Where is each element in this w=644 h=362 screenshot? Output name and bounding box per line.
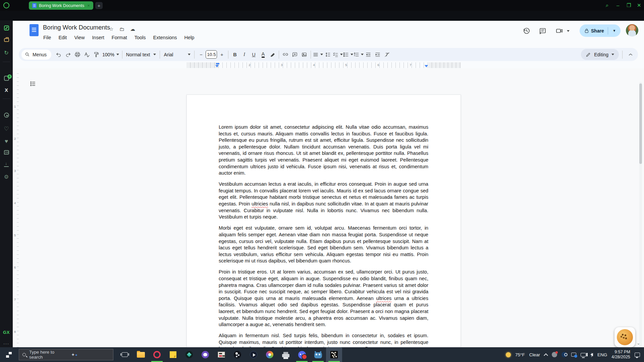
star-icon[interactable]: ☆ bbox=[109, 26, 113, 32]
highlight-color-button[interactable] bbox=[268, 50, 277, 59]
network-icon[interactable] bbox=[581, 353, 586, 357]
twitch-icon[interactable] bbox=[0, 150, 13, 156]
typewriter-app-icon[interactable] bbox=[213, 347, 229, 362]
start-button[interactable] bbox=[6, 352, 12, 358]
settings-gear-icon[interactable]: ⚙ bbox=[0, 174, 13, 180]
add-comment-button[interactable] bbox=[290, 50, 300, 59]
scroll-down-icon[interactable]: ⌄ bbox=[637, 341, 640, 346]
document-outline-button[interactable] bbox=[30, 80, 38, 89]
opera-gx-icon[interactable] bbox=[149, 347, 165, 362]
sync-refresh-icon[interactable]: ↻ bbox=[0, 50, 13, 56]
downloads-tray-icon[interactable] bbox=[0, 162, 13, 168]
account-avatar[interactable] bbox=[626, 24, 638, 37]
browser-tab[interactable]: Boring Work Documents × bbox=[29, 1, 93, 10]
increase-font-button[interactable]: + bbox=[217, 50, 226, 59]
taskbar-search-input[interactable]: Type here to search ✦✦ bbox=[19, 349, 113, 360]
paragraph[interactable]: Vestibulum accumsan lectus a erat iaculi… bbox=[219, 181, 428, 221]
media-player-icon[interactable] bbox=[246, 347, 262, 362]
spellcheck-button[interactable] bbox=[82, 50, 92, 59]
move-folder-icon[interactable]: 🗀 bbox=[119, 26, 124, 32]
google-docs-icon[interactable] bbox=[30, 24, 39, 36]
github-desktop-icon[interactable] bbox=[197, 347, 213, 362]
comments-icon[interactable] bbox=[539, 27, 547, 36]
x-twitter-icon[interactable]: X bbox=[0, 87, 13, 93]
redo-button[interactable] bbox=[63, 50, 73, 59]
menus-search-button[interactable]: Menus bbox=[21, 50, 51, 60]
clock[interactable]: 9:57 PM 4/28/2025 bbox=[611, 350, 630, 360]
decrease-indent-button[interactable] bbox=[364, 50, 373, 59]
tray-expand-icon[interactable] bbox=[544, 353, 548, 358]
opera-gx-logo-icon[interactable] bbox=[3, 2, 9, 8]
numbered-list-button[interactable] bbox=[353, 50, 364, 59]
bold-button[interactable]: B bbox=[230, 50, 239, 59]
bulleted-list-button[interactable] bbox=[343, 50, 353, 59]
print-button[interactable] bbox=[73, 50, 82, 59]
meet-camera-icon[interactable] bbox=[555, 27, 564, 36]
insert-image-button[interactable] bbox=[300, 50, 309, 59]
volume-icon[interactable] bbox=[590, 353, 593, 356]
weather-condition[interactable]: Clear bbox=[529, 352, 540, 357]
menu-view[interactable]: View bbox=[71, 34, 88, 41]
godot-icon[interactable] bbox=[310, 347, 326, 362]
play-circle-icon[interactable] bbox=[0, 113, 13, 119]
menu-help[interactable]: Help bbox=[181, 34, 198, 41]
sticky-note-app-icon[interactable] bbox=[165, 347, 181, 362]
printer-app-icon[interactable] bbox=[278, 347, 294, 362]
share-button[interactable]: Share ▼ bbox=[580, 24, 621, 37]
paint-format-button[interactable] bbox=[92, 50, 101, 59]
heart-icon[interactable]: ♥ bbox=[0, 138, 13, 145]
cloud-status-icon[interactable]: ☁ bbox=[130, 26, 135, 32]
document-title[interactable]: Boring Work Documents bbox=[43, 24, 110, 31]
clear-formatting-button[interactable] bbox=[382, 50, 392, 59]
weather-sun-icon[interactable] bbox=[506, 352, 511, 357]
menu-extensions[interactable]: Extensions bbox=[150, 34, 180, 41]
menu-format[interactable]: Format bbox=[109, 34, 130, 41]
meet-caret-icon[interactable] bbox=[567, 30, 570, 32]
docs-scrollbar-thumb[interactable] bbox=[639, 83, 642, 164]
hide-menus-button[interactable] bbox=[626, 50, 635, 59]
decrease-font-button[interactable]: − bbox=[196, 50, 206, 59]
right-indent-marker[interactable] bbox=[425, 65, 428, 67]
weather-temperature[interactable]: 75°F bbox=[515, 352, 525, 357]
dwarf-fortress-icon-active[interactable] bbox=[326, 347, 342, 362]
more-options-icon[interactable]: ... bbox=[0, 340, 13, 345]
paint-app-icon[interactable] bbox=[262, 347, 278, 362]
font-size-input[interactable]: 10.5 bbox=[206, 50, 217, 59]
menu-file[interactable]: File bbox=[40, 34, 54, 41]
undo-button[interactable] bbox=[54, 50, 63, 59]
close-icon[interactable]: ✕ bbox=[637, 3, 641, 8]
share-main[interactable]: Share bbox=[580, 28, 608, 34]
line-spacing-button[interactable] bbox=[323, 50, 332, 59]
tab-close-icon[interactable]: × bbox=[87, 3, 90, 8]
checklist-button[interactable] bbox=[332, 50, 343, 59]
new-tab-button[interactable]: + bbox=[95, 2, 103, 9]
sync-tray-icon[interactable] bbox=[571, 353, 576, 357]
text-color-button[interactable]: A bbox=[258, 50, 268, 59]
paragraph[interactable]: Morbi eget est vulputate, ornare sem id,… bbox=[219, 225, 428, 264]
heart-circle-icon[interactable]: ♡ bbox=[0, 125, 13, 132]
obs-studio-icon[interactable] bbox=[229, 347, 246, 362]
first-line-indent-marker[interactable] bbox=[216, 63, 219, 64]
insert-link-button[interactable] bbox=[281, 50, 290, 59]
editing-mode-select[interactable]: Editing bbox=[581, 49, 619, 60]
discord-tray-icon[interactable] bbox=[552, 352, 557, 357]
zoom-select[interactable]: 100% bbox=[101, 50, 120, 59]
browser-search-icon[interactable]: ⌕ bbox=[606, 3, 608, 8]
file-explorer-icon[interactable] bbox=[133, 347, 149, 362]
vertical-ruler[interactable]: 1 2 3 4 5 6 7 8 bbox=[13, 70, 19, 347]
font-select[interactable]: Arial bbox=[162, 50, 193, 59]
paragraph-style-select[interactable]: Normal text bbox=[124, 50, 158, 59]
share-caret-icon[interactable]: ▼ bbox=[608, 29, 621, 33]
align-button[interactable] bbox=[313, 50, 323, 59]
menu-edit[interactable]: Edit bbox=[55, 34, 70, 41]
left-indent-marker[interactable] bbox=[215, 65, 219, 67]
menu-tools[interactable]: Tools bbox=[131, 34, 149, 41]
gx-logo[interactable]: GX bbox=[0, 330, 13, 335]
menu-insert[interactable]: Insert bbox=[89, 34, 107, 41]
version-history-icon[interactable] bbox=[523, 27, 531, 36]
restore-icon[interactable]: ❐ bbox=[627, 3, 631, 8]
speed-dial-icon[interactable] bbox=[0, 25, 13, 32]
increase-indent-button[interactable] bbox=[373, 50, 382, 59]
gem-app-icon[interactable] bbox=[181, 347, 197, 362]
language-indicator[interactable]: ENG bbox=[597, 352, 607, 357]
